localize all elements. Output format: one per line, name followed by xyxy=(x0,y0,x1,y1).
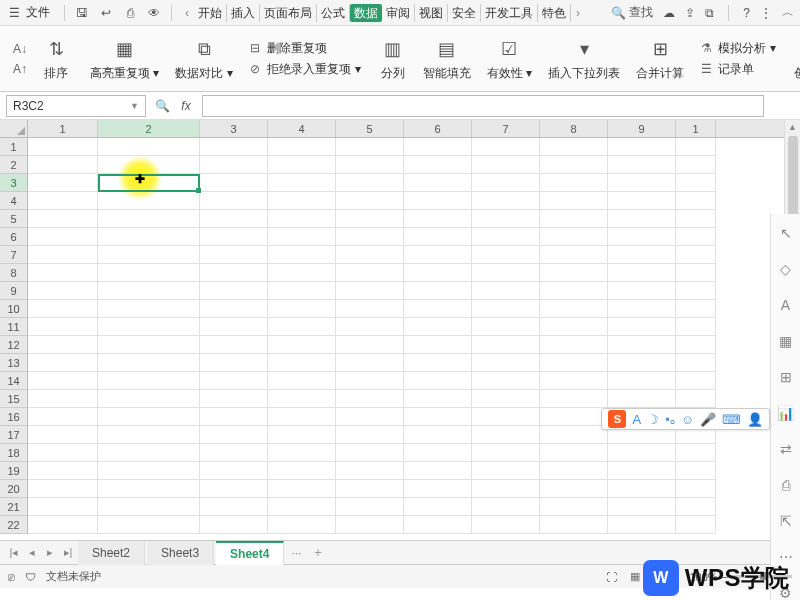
cell[interactable] xyxy=(540,408,608,426)
cell[interactable] xyxy=(98,498,200,516)
cell[interactable] xyxy=(608,156,676,174)
cell[interactable] xyxy=(28,354,98,372)
cell[interactable] xyxy=(28,444,98,462)
cell[interactable] xyxy=(336,138,404,156)
cell[interactable] xyxy=(472,390,540,408)
cell[interactable] xyxy=(472,300,540,318)
hamburger-icon[interactable]: ☰ xyxy=(6,5,22,21)
ime-user-icon[interactable]: 👤 xyxy=(747,412,763,427)
row-header[interactable]: 2 xyxy=(0,156,27,174)
cell[interactable] xyxy=(540,336,608,354)
sheet-add-icon[interactable]: ＋ xyxy=(308,544,328,561)
cell[interactable] xyxy=(676,192,716,210)
cell[interactable] xyxy=(472,192,540,210)
tab-data[interactable]: 数据 xyxy=(350,4,382,22)
cell[interactable] xyxy=(28,228,98,246)
cell[interactable] xyxy=(268,480,336,498)
tab-formula[interactable]: 公式 xyxy=(317,4,350,22)
view-normal-icon[interactable]: ▦ xyxy=(630,570,640,582)
col-header[interactable]: 1 xyxy=(28,120,98,137)
sort-asc[interactable]: A↓ xyxy=(12,41,28,57)
cell[interactable] xyxy=(28,192,98,210)
row-header[interactable]: 6 xyxy=(0,228,27,246)
cell[interactable] xyxy=(98,210,200,228)
col-header[interactable]: 7 xyxy=(472,120,540,137)
cell[interactable] xyxy=(336,156,404,174)
cell[interactable] xyxy=(676,336,716,354)
cell[interactable] xyxy=(28,480,98,498)
cell[interactable] xyxy=(472,282,540,300)
cell[interactable] xyxy=(540,390,608,408)
cell[interactable] xyxy=(200,354,268,372)
tab-security[interactable]: 安全 xyxy=(448,4,481,22)
cell[interactable] xyxy=(28,516,98,534)
cell[interactable] xyxy=(28,264,98,282)
cell[interactable] xyxy=(608,516,676,534)
cell[interactable] xyxy=(98,516,200,534)
cell[interactable] xyxy=(404,336,472,354)
sheet-first-icon[interactable]: |◂ xyxy=(6,546,22,559)
cell[interactable] xyxy=(540,516,608,534)
cloud-icon[interactable]: ☁ xyxy=(663,6,675,20)
undo-icon[interactable]: ↩ xyxy=(97,6,115,20)
cell[interactable] xyxy=(98,192,200,210)
insert-dropdown-group[interactable]: ▾ 插入下拉列表 xyxy=(540,29,628,89)
tab-scroll-right-icon[interactable]: › xyxy=(571,6,585,20)
cell[interactable] xyxy=(28,300,98,318)
cell[interactable] xyxy=(540,246,608,264)
cell[interactable] xyxy=(608,300,676,318)
cell[interactable] xyxy=(404,516,472,534)
cell[interactable] xyxy=(608,444,676,462)
record-form[interactable]: ☰记录单 xyxy=(698,61,776,78)
cell[interactable] xyxy=(540,138,608,156)
cell[interactable] xyxy=(608,192,676,210)
sheet-last-icon[interactable]: ▸| xyxy=(60,546,76,559)
col-header[interactable]: 6 xyxy=(404,120,472,137)
cell[interactable] xyxy=(268,426,336,444)
cell[interactable] xyxy=(676,246,716,264)
cell[interactable] xyxy=(472,318,540,336)
ime-emoji-icon[interactable]: ☺ xyxy=(681,412,694,427)
row-header[interactable]: 3 xyxy=(0,174,27,192)
cell[interactable] xyxy=(268,246,336,264)
cell[interactable] xyxy=(98,444,200,462)
cell[interactable] xyxy=(404,228,472,246)
sheet-prev-icon[interactable]: ◂ xyxy=(24,546,40,559)
row-header[interactable]: 16 xyxy=(0,408,27,426)
sheet-next-icon[interactable]: ▸ xyxy=(42,546,58,559)
col-header[interactable]: 1 xyxy=(676,120,716,137)
cell[interactable] xyxy=(336,246,404,264)
cell[interactable] xyxy=(28,282,98,300)
sim-analysis[interactable]: ⚗模拟分析 ▾ xyxy=(698,40,776,57)
col-header[interactable]: 3 xyxy=(200,120,268,137)
help-icon[interactable]: ? xyxy=(743,6,750,20)
cell[interactable] xyxy=(540,444,608,462)
ime-dot-icon[interactable]: •ₒ xyxy=(665,412,675,427)
cell[interactable] xyxy=(404,282,472,300)
cell[interactable] xyxy=(608,210,676,228)
share-icon[interactable]: ⇪ xyxy=(685,6,695,20)
cell[interactable] xyxy=(540,318,608,336)
cells[interactable] xyxy=(28,138,784,540)
ime-toolbar[interactable]: S A ☽ •ₒ ☺ 🎤 ⌨ 👤 xyxy=(601,408,770,430)
sort-group[interactable]: ⇅ 排序 xyxy=(34,29,78,89)
cell[interactable] xyxy=(472,336,540,354)
cell[interactable] xyxy=(336,228,404,246)
cell[interactable] xyxy=(676,282,716,300)
create-group-group[interactable]: ⊞ 创建组 xyxy=(786,29,800,89)
cell[interactable] xyxy=(472,174,540,192)
cell[interactable] xyxy=(336,318,404,336)
cell[interactable] xyxy=(540,498,608,516)
cell[interactable] xyxy=(98,408,200,426)
cell[interactable] xyxy=(336,354,404,372)
camera-icon[interactable]: ⎙ xyxy=(777,476,795,494)
cell[interactable] xyxy=(336,174,404,192)
cell[interactable] xyxy=(540,300,608,318)
consolidate-group[interactable]: ⊞ 合并计算 xyxy=(628,29,692,89)
cell[interactable] xyxy=(608,498,676,516)
cell[interactable] xyxy=(676,318,716,336)
cell[interactable] xyxy=(200,516,268,534)
find-button[interactable]: 🔍 查找 xyxy=(611,4,653,21)
row-header[interactable]: 21 xyxy=(0,498,27,516)
cell[interactable] xyxy=(268,444,336,462)
